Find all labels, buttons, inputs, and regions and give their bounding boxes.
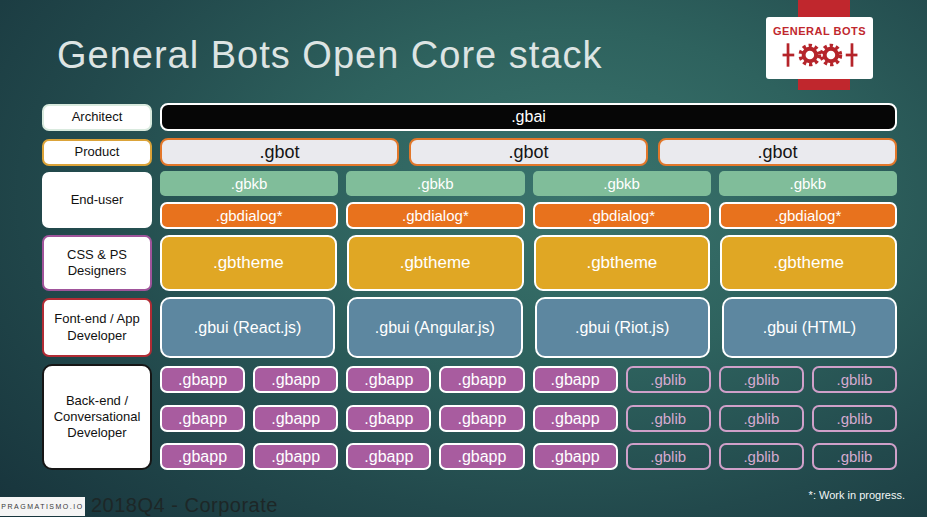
work-in-progress-note: *: Work in progress. [809,489,905,501]
logo-brand-text: GENERAL BOTS [773,25,866,37]
role-label-backend: Back-end / Conversational Developer [42,364,152,470]
gbapp-box: .gbapp [533,405,618,432]
gbui-react-box: .gbui (React.js) [160,297,335,358]
row-gbtheme: .gbtheme .gbtheme .gbtheme .gbtheme [160,235,897,291]
gbdialog-box: .gbdialog* [719,202,897,229]
gbapp-box: .gbapp [439,366,524,393]
gbapp-box: .gbapp [346,405,431,432]
gblib-box: .gblib [812,366,897,393]
role-label-product: Product [42,139,152,166]
gbapp-box: .gbapp [160,405,245,432]
gbapp-box: .gbapp [533,366,618,393]
gbapp-box: .gbapp [346,443,431,470]
gbapp-box: .gbapp [160,443,245,470]
gbai-box: .gbai [160,103,897,131]
row-gbkb: .gbkb .gbkb .gbkb .gbkb [160,171,897,196]
gblib-box: .gblib [719,443,804,470]
row-backend-1: .gbapp .gbapp .gbapp .gbapp .gbapp .gbli… [160,366,897,393]
gblib-box: .gblib [812,443,897,470]
gbapp-box: .gbapp [160,366,245,393]
gbdialog-box: .gbdialog* [346,202,524,229]
gbkb-box: .gbkb [719,171,897,196]
gbtheme-box: .gbtheme [160,235,337,291]
row-backend-3: .gbapp .gbapp .gbapp .gbapp .gbapp .gbli… [160,443,897,470]
gbot-box: .gbot [160,138,399,166]
gbapp-box: .gbapp [253,366,338,393]
gblib-box: .gblib [626,405,711,432]
vendor-badge: PRAGMATISMO.IO [0,497,85,516]
gblib-box: .gblib [812,405,897,432]
gbapp-box: .gbapp [253,405,338,432]
gbapp-box: .gbapp [346,366,431,393]
gbtheme-box: .gbtheme [347,235,524,291]
row-gbai: .gbai [160,103,897,131]
gblib-box: .gblib [626,366,711,393]
edition-label: 2018Q4 - Corporate [91,494,278,517]
gbtheme-box: .gbtheme [534,235,711,291]
gbapp-box: .gbapp [439,405,524,432]
row-gbot: .gbot .gbot .gbot [160,138,897,166]
gbui-angular-box: .gbui (Angular.js) [347,297,522,358]
role-label-architect: Architect [42,104,152,131]
page-title: General Bots Open Core stack [57,34,602,77]
role-label-frontend: Font-end / App Developer [42,298,152,357]
gbtheme-box: .gbtheme [720,235,897,291]
gbapp-box: .gbapp [533,443,618,470]
gbkb-box: .gbkb [160,171,338,196]
gbdialog-box: .gbdialog* [533,202,711,229]
slide-canvas: General Bots Open Core stack GENERAL BOT… [0,0,927,517]
gblib-box: .gblib [626,443,711,470]
gears-icon [781,38,859,72]
gblib-box: .gblib [719,405,804,432]
row-gbui: .gbui (React.js) .gbui (Angular.js) .gbu… [160,297,897,358]
gbapp-box: .gbapp [253,443,338,470]
gbdialog-box: .gbdialog* [160,202,338,229]
role-label-end-user: End-user [42,172,152,228]
gbui-html-box: .gbui (HTML) [722,297,897,358]
gbapp-box: .gbapp [439,443,524,470]
role-label-designers: CSS & PS Designers [42,235,152,291]
gbkb-box: .gbkb [346,171,524,196]
logo: GENERAL BOTS [766,17,873,79]
gbkb-box: .gbkb [533,171,711,196]
row-backend-2: .gbapp .gbapp .gbapp .gbapp .gbapp .gbli… [160,405,897,432]
gbot-box: .gbot [658,138,897,166]
gbui-riot-box: .gbui (Riot.js) [535,297,710,358]
gblib-box: .gblib [719,366,804,393]
gbot-box: .gbot [409,138,648,166]
row-gbdialog: .gbdialog* .gbdialog* .gbdialog* .gbdial… [160,202,897,229]
